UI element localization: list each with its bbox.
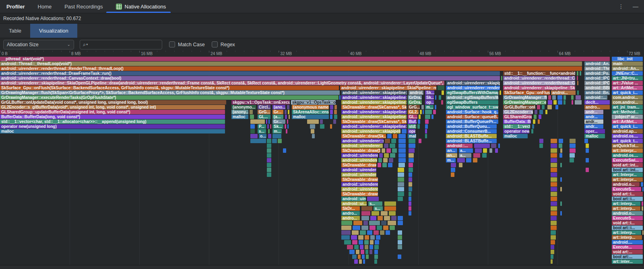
flame-segment[interactable] — [287, 124, 289, 129]
flame-segment[interactable] — [409, 192, 411, 196]
flame-segment[interactable] — [570, 158, 574, 162]
flame-segment[interactable] — [361, 226, 368, 230]
flame-segment[interactable] — [398, 235, 402, 240]
flame-segment[interactable]: andro... — [341, 211, 360, 216]
flame-segment[interactable] — [370, 235, 375, 240]
flame-segment[interactable] — [384, 216, 390, 220]
flame-segment[interactable]: GLSharedGroup::... — [503, 115, 532, 119]
flame-segment[interactable]: android::uirenderer::sk... — [341, 139, 384, 143]
flame-segment[interactable] — [533, 119, 535, 124]
flame-segment[interactable] — [361, 206, 372, 211]
flame-segment[interactable] — [361, 216, 369, 220]
flame-segment[interactable]: ope... — [408, 129, 415, 133]
flame-segment[interactable]: art::interp... — [612, 230, 641, 235]
flame-segment[interactable] — [398, 182, 404, 187]
flame-segment[interactable] — [548, 95, 551, 100]
flame-segment[interactable]: __libc_init — [612, 57, 643, 61]
flame-segment[interactable]: operator new(un... — [503, 129, 529, 133]
flame-segment[interactable]: skgpu::v1::OpsTask::onExecute(... — [231, 100, 290, 105]
flame-segment[interactable]: art_quick_t... — [612, 139, 643, 143]
flame-segment[interactable]: art_quick_i... — [612, 124, 643, 129]
flame-segment[interactable] — [365, 235, 369, 240]
flame-segment[interactable]: (anony... — [231, 110, 248, 114]
flame-segment[interactable] — [545, 110, 547, 114]
flame-segment[interactable] — [402, 129, 407, 133]
flame-segment[interactable] — [353, 221, 362, 225]
flame-segment[interactable]: andro... — [341, 216, 360, 220]
flame-segment[interactable] — [363, 259, 365, 264]
flame-segment[interactable] — [535, 110, 537, 114]
flame-segment[interactable] — [551, 259, 553, 264]
flame-segment[interactable] — [267, 172, 271, 177]
flame-segment[interactable] — [559, 144, 562, 148]
flame-segment[interactable] — [560, 148, 562, 153]
flame-segment[interactable] — [551, 206, 557, 211]
flame-segment[interactable] — [366, 255, 369, 259]
flame-segment[interactable] — [425, 119, 429, 124]
flame-segment[interactable]: malloc — [231, 115, 248, 119]
flame-segment[interactable] — [538, 119, 540, 124]
flame-segment[interactable] — [393, 134, 397, 138]
flame-segment[interactable] — [398, 197, 403, 201]
flame-segment[interactable] — [268, 134, 271, 138]
flame-segment[interactable] — [362, 255, 365, 259]
flame-segment[interactable] — [551, 168, 557, 172]
flame-segment[interactable] — [409, 148, 415, 153]
flame-segment[interactable] — [267, 163, 271, 167]
flame-segment[interactable]: andr... — [584, 119, 603, 124]
flame-segment[interactable]: SkSurface_Gpu::onFlush(SkSurface::Backen… — [0, 86, 339, 90]
flame-segment[interactable] — [330, 124, 332, 129]
flame-segment[interactable] — [367, 197, 379, 201]
flame-segment[interactable]: GrDrawingManager::flush(SkSpan<GrSurface… — [0, 90, 340, 95]
flame-segment[interactable] — [425, 115, 430, 119]
tab-past-recordings[interactable]: Past Recordings — [64, 4, 103, 10]
flame-segment[interactable]: s... — [368, 201, 382, 206]
flame-segment[interactable] — [312, 134, 315, 138]
flame-segment[interactable]: art::interp... — [612, 201, 640, 206]
flame-segment[interactable]: android::Po... — [584, 71, 610, 76]
match-case-checkbox[interactable] — [169, 41, 175, 47]
flame-segment[interactable]: android::BBi... — [584, 86, 610, 90]
flame-segment[interactable]: ExecuteS... — [612, 216, 643, 220]
flame-segment[interactable]: _JNIEnv::C... — [612, 71, 643, 76]
flame-segment[interactable] — [398, 187, 404, 191]
flame-segment[interactable]: Circl... — [258, 105, 270, 109]
flame-segment[interactable] — [361, 250, 364, 254]
flame-segment[interactable]: SkDrawable::draw(Sk... — [341, 134, 386, 138]
flame-segment[interactable] — [442, 90, 444, 95]
flame-segment[interactable]: SkDrawable::draw(S... — [341, 163, 376, 167]
flame-segment[interactable] — [356, 250, 359, 254]
flame-segment[interactable] — [641, 182, 643, 187]
flame-segment[interactable]: android::uirenderer::... — [341, 158, 377, 162]
flame-segment[interactable] — [439, 95, 441, 100]
flame-segment[interactable]: android::uirenderer::... — [341, 172, 376, 177]
flame-segment[interactable] — [381, 221, 386, 225]
flame-segment[interactable] — [575, 100, 582, 105]
flame-segment[interactable] — [435, 95, 436, 100]
flame-segment[interactable] — [570, 139, 576, 143]
flame-segment[interactable]: art::ArtMet... — [612, 86, 643, 90]
flame-segment[interactable]: android::uirenderer::renderthread::Rende… — [0, 66, 582, 71]
flame-segment[interactable] — [391, 139, 396, 143]
minimize-icon[interactable]: — — [633, 3, 638, 10]
flame-segment[interactable] — [417, 124, 420, 129]
flame-segment[interactable]: mall... — [408, 134, 416, 138]
flame-segment[interactable]: (anonymous names... — [292, 105, 329, 109]
flame-segment[interactable]: op... — [425, 100, 434, 105]
flame-segment[interactable] — [457, 158, 465, 162]
flame-segment[interactable]: GL2Encoder::s_glBufferData(void*, unsign… — [0, 105, 225, 109]
flame-segment[interactable] — [435, 105, 436, 109]
flame-segment[interactable] — [551, 226, 557, 230]
flame-segment[interactable] — [539, 144, 543, 148]
flame-segment[interactable]: android.os.... — [612, 153, 643, 158]
flame-segment[interactable] — [363, 221, 368, 225]
flame-segment[interactable] — [586, 158, 589, 162]
flame-segment[interactable]: art_quick_i... — [612, 90, 643, 95]
flame-segment[interactable]: andro... — [584, 105, 610, 109]
flame-segment[interactable]: android::... — [584, 95, 607, 100]
flame-segment[interactable]: GrG... — [408, 105, 420, 109]
flame-segment[interactable]: android::uirenderer::sk... — [341, 144, 383, 148]
flame-segment[interactable]: android::uirenderer::... — [341, 182, 378, 187]
flame-segment[interactable]: android.o... — [612, 182, 640, 187]
flame-segment[interactable] — [577, 71, 578, 76]
